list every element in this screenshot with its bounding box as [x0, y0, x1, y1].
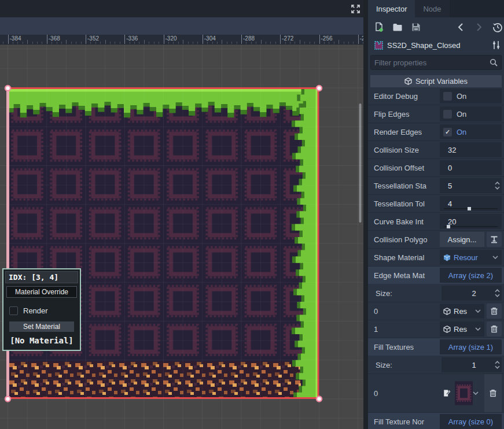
tab-node[interactable]: Node	[415, 0, 449, 17]
prop-label: Tessellation Sta	[368, 182, 440, 190]
resource-name: Res	[454, 325, 467, 334]
array-size-field[interactable]: 1	[467, 361, 476, 369]
prop-label: Size:	[368, 289, 442, 298]
horizontal-ruler: -384-368-352-336-320-304-288-272-256-240	[0, 35, 363, 45]
no-material-label: [No Material]	[5, 336, 78, 345]
tessellation-stages-field[interactable]: 5	[443, 182, 452, 190]
history-forward-button[interactable]	[473, 21, 485, 34]
array-link[interactable]: Array (size 0)	[448, 417, 493, 426]
checkbox-caption: On	[457, 110, 466, 119]
prop-label: Edge Meta Mat	[368, 271, 440, 280]
editor-debug-checkbox[interactable]	[443, 92, 452, 101]
array-link[interactable]: Array (size 2)	[448, 271, 493, 280]
edge-material-popup: IDX: [3, 4] Material Override Render Set…	[2, 268, 81, 351]
2d-canvas[interactable]	[0, 45, 363, 429]
tessellation-tolerance-field[interactable]: 4	[443, 199, 452, 208]
prop-label: Flip Edges	[368, 110, 440, 119]
viewport-vscrollbar[interactable]	[359, 103, 362, 223]
inspector-dock: Inspector Node	[368, 0, 504, 429]
prop-render-edges: Render Edges ✓ On	[368, 123, 504, 141]
prop-fill-textures: Fill Textures Array (size 1)	[368, 338, 504, 356]
delete-item-column[interactable]	[484, 374, 502, 412]
handle-bottom-right[interactable]	[317, 397, 322, 402]
save-resource-button[interactable]	[410, 21, 422, 34]
fill-normals-array[interactable]: Array (size 0)	[440, 414, 502, 429]
shape-edge-left[interactable]	[6, 88, 9, 399]
category-script-variables[interactable]: Script Variables	[370, 75, 502, 87]
prop-tessellation-stages: Tessellation Sta 5	[368, 177, 504, 195]
chevron-down-icon[interactable]	[475, 309, 481, 313]
script-variables-icon	[404, 77, 412, 85]
checkbox-caption: On	[457, 128, 466, 136]
prop-label: Fill Textures	[368, 343, 440, 352]
chevron-down-icon[interactable]	[492, 256, 498, 259]
shape-material-resource[interactable]: Resour	[440, 250, 502, 265]
fill-texture-resource-0[interactable]	[440, 375, 482, 411]
prop-collision-size: Collision Size 32	[368, 141, 504, 159]
edge-meta-array[interactable]: Array (size 2)	[440, 268, 502, 283]
set-material-button[interactable]: Set Material	[9, 321, 74, 332]
prop-label: Size:	[368, 361, 442, 369]
object-history-button[interactable]	[491, 21, 504, 34]
edge-meta-resource-0[interactable]: Res	[440, 304, 484, 319]
array-size-field[interactable]: 2	[467, 289, 476, 298]
spinner-updown[interactable]	[495, 182, 500, 190]
edited-object-row: SS2D_Shape_Closed	[368, 36, 504, 54]
spinner-updown[interactable]	[495, 361, 500, 369]
material-override-button[interactable]: Material Override	[6, 286, 77, 298]
delete-item-button[interactable]	[487, 321, 502, 336]
prop-collision-polygon: Collision Polygo Assign...	[368, 231, 504, 249]
flip-edges-checkbox[interactable]	[443, 110, 452, 119]
checkbox-caption: On	[457, 92, 466, 101]
prop-fill-texture-normals: Fill Texture Nor Array (size 0)	[368, 413, 504, 429]
ss2d-shape-icon	[374, 40, 384, 50]
viewport-canvas[interactable]	[0, 45, 363, 429]
tolerance-slider[interactable]	[444, 208, 498, 209]
render-checkbox[interactable]	[9, 306, 18, 315]
spinner-updown[interactable]	[495, 289, 500, 298]
edge-meta-item-0: 0 Res	[368, 302, 504, 320]
edit-resource-icon[interactable]	[443, 389, 451, 398]
filter-properties-input[interactable]: Filter properties	[370, 55, 502, 70]
array-link[interactable]: Array (size 1)	[448, 343, 493, 352]
dock-splitter[interactable]	[363, 0, 368, 429]
inspector-toolbar	[368, 17, 504, 36]
pick-node-button[interactable]	[487, 232, 502, 247]
prop-label: Fill Texture Nor	[368, 417, 440, 426]
render-edges-checkbox[interactable]: ✓	[443, 128, 452, 136]
expand-viewport-icon[interactable]	[351, 4, 360, 14]
handle-bottom-left[interactable]	[5, 397, 10, 402]
history-back-button[interactable]	[454, 21, 467, 34]
prop-curve-bake-interval: Curve Bake Int 20	[368, 213, 504, 231]
filter-placeholder: Filter properties	[374, 58, 490, 67]
search-icon	[490, 58, 498, 66]
collision-size-field[interactable]: 32	[443, 146, 456, 154]
collision-offset-field[interactable]: 0	[443, 164, 452, 172]
edge-meta-resource-1[interactable]: Res	[440, 321, 484, 336]
resource-cube-icon	[443, 308, 451, 315]
prop-editor-debug: Editor Debug On	[368, 87, 504, 105]
object-tools-icon[interactable]	[492, 40, 501, 50]
edge-index-label: IDX: [3, 4]	[5, 271, 78, 283]
prop-flip-edges: Flip Edges On	[368, 105, 504, 123]
chevron-down-icon[interactable]	[475, 327, 481, 331]
viewport-top-bar	[0, 0, 363, 17]
prop-label: Tessellation Tol	[368, 199, 440, 208]
assign-node-button[interactable]: Assign...	[440, 232, 484, 247]
handle-top-left[interactable]	[5, 86, 10, 91]
chevron-down-icon[interactable]	[473, 391, 479, 395]
prop-tessellation-tolerance: Tessellation Tol 4	[368, 195, 504, 213]
new-resource-button[interactable]	[373, 21, 385, 34]
fill-textures-array[interactable]: Array (size 1)	[440, 339, 502, 354]
curve-bake-slider[interactable]	[444, 226, 498, 227]
prop-edge-meta-size: Size: 2	[368, 284, 504, 302]
handle-top-right[interactable]	[317, 86, 322, 91]
viewport-toolbar	[0, 17, 363, 35]
delete-item-button[interactable]	[487, 304, 502, 319]
load-resource-button[interactable]	[391, 21, 404, 34]
prop-label: Shape Material	[368, 253, 440, 262]
edge-meta-item-1: 1 Res	[368, 320, 504, 338]
tab-inspector[interactable]: Inspector	[368, 0, 415, 17]
fill-texture-thumbnail[interactable]	[455, 379, 473, 407]
prop-shape-material: Shape Material Resour	[368, 249, 504, 267]
